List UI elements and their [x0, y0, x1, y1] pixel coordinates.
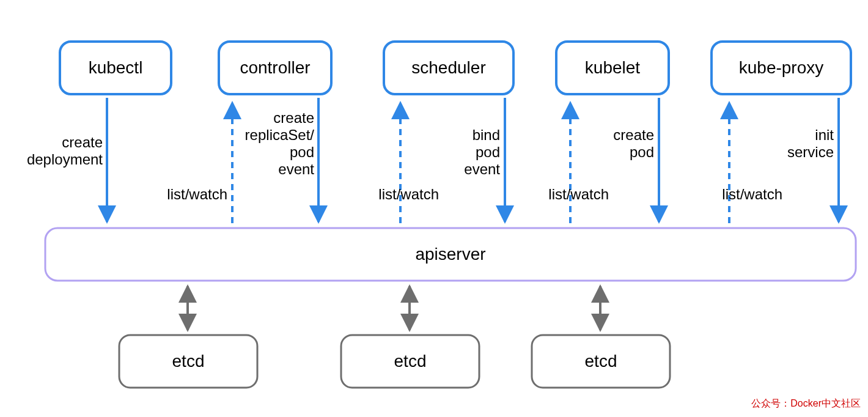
label-controller-down-4: event: [278, 161, 314, 177]
label-controller-down-2: replicaSet/: [245, 127, 315, 143]
label-kubelet-down-1: create: [613, 127, 654, 143]
label-kubelet-up: list/watch: [548, 186, 609, 202]
node-kubeproxy-label: kube-proxy: [739, 58, 824, 77]
label-kubeproxy-down-2: service: [787, 144, 834, 160]
node-etcd-3-label: etcd: [585, 352, 617, 371]
label-kubectl-down-2: deployment: [27, 151, 103, 168]
label-scheduler-down-3: event: [464, 161, 500, 177]
node-kubelet-label: kubelet: [585, 58, 641, 77]
node-apiserver-label: apiserver: [415, 245, 485, 264]
label-kubelet-down-2: pod: [630, 144, 654, 160]
label-kubeproxy-up: list/watch: [722, 186, 782, 202]
label-controller-down-1: create: [273, 109, 314, 126]
label-scheduler-down-1: bind: [473, 127, 500, 143]
node-kubectl-label: kubectl: [89, 58, 143, 77]
label-controller-down-3: pod: [290, 144, 314, 160]
node-scheduler-label: scheduler: [411, 58, 485, 77]
label-kubeproxy-down-1: init: [815, 127, 834, 143]
label-scheduler-down-2: pod: [476, 144, 500, 160]
node-etcd-1-label: etcd: [172, 352, 205, 371]
credit-text: 公众号：Docker中文社区: [751, 398, 861, 408]
label-kubectl-down-1: create: [62, 134, 103, 150]
label-scheduler-up: list/watch: [378, 186, 439, 202]
label-controller-up: list/watch: [167, 186, 227, 202]
node-etcd-2-label: etcd: [394, 352, 427, 371]
node-controller-label: controller: [240, 58, 310, 77]
